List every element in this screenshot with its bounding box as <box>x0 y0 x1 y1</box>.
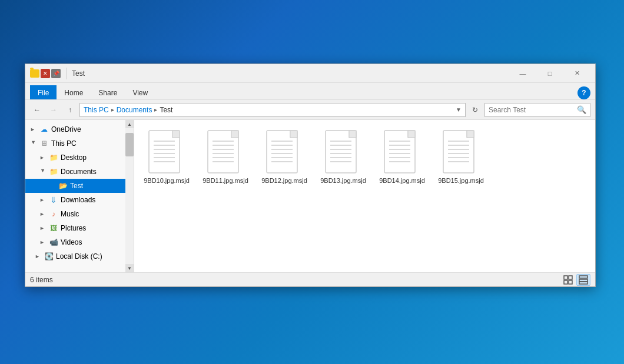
minimize-button[interactable]: — <box>509 64 536 83</box>
ribbon-tabs: File Home Share View ? <box>25 83 595 99</box>
expand-arrow-local-disk: ► <box>35 253 42 259</box>
svg-rect-54 <box>564 276 567 279</box>
file-icon-5 <box>442 129 480 174</box>
sidebar-label-pictures: Pictures <box>61 224 121 232</box>
music-icon: ♪ <box>49 209 58 219</box>
sidebar-item-documents[interactable]: ► 📁 Documents <box>25 165 125 179</box>
sidebar-label-downloads: Downloads <box>61 196 121 204</box>
folder-icon-desktop: 📁 <box>49 153 58 162</box>
file-name-0: 9BD10.jpg.msjd <box>144 176 190 185</box>
sidebar-label-music: Music <box>61 210 121 218</box>
scroll-up-arrow[interactable]: ▲ <box>125 120 134 128</box>
sidebar-label-onedrive: OneDrive <box>51 125 121 133</box>
sidebar-inner: ► ☁ OneDrive ► 🖥 This PC ► 📁 Desktop <box>25 120 125 266</box>
details-view-icon <box>579 275 588 285</box>
tab-file[interactable]: File <box>30 85 57 99</box>
svg-rect-20 <box>290 131 297 138</box>
scrollbar-thumb[interactable] <box>125 133 134 156</box>
sidebar-scrollbar[interactable]: ▲ ▼ <box>125 120 134 272</box>
svg-rect-58 <box>579 276 588 278</box>
pin-icon-title: 📌 <box>51 69 61 78</box>
file-icon-3 <box>324 129 362 174</box>
scroll-down-arrow[interactable]: ▼ <box>125 264 134 272</box>
view-grid-button[interactable] <box>561 274 575 286</box>
svg-rect-47 <box>467 131 474 138</box>
sidebar-item-pictures[interactable]: ► 🖼 Pictures <box>25 221 125 235</box>
expand-arrow-onedrive: ► <box>30 126 37 132</box>
breadcrumb-this-pc[interactable]: This PC <box>84 106 109 114</box>
sidebar-item-desktop[interactable]: ► 📁 Desktop <box>25 151 125 165</box>
downloads-icon: ⇓ <box>49 195 58 205</box>
folder-icon-documents: 📁 <box>49 167 58 176</box>
up-button[interactable]: ↑ <box>63 103 77 117</box>
file-item-5[interactable]: 9BD15.jpg.msjd <box>434 126 487 188</box>
close-button[interactable]: ✕ <box>563 64 590 83</box>
file-name-1: 9BD11.jpg.msjd <box>203 176 248 185</box>
view-buttons <box>561 274 590 286</box>
breadcrumb-sep-2: ▸ <box>154 106 157 113</box>
svg-rect-38 <box>408 131 415 138</box>
file-name-2: 9BD12.jpg.msjd <box>261 176 307 185</box>
sidebar-item-test[interactable]: 📂 Test <box>25 179 125 193</box>
pictures-icon: 🖼 <box>49 223 58 233</box>
svg-rect-56 <box>564 280 567 284</box>
file-item-3[interactable]: 9BD13.jpg.msjd <box>317 126 370 188</box>
file-icon-1 <box>207 129 244 174</box>
svg-rect-11 <box>231 131 238 138</box>
breadcrumb-dropdown-icon[interactable]: ▼ <box>456 106 462 113</box>
file-name-5: 9BD15.jpg.msjd <box>438 176 484 185</box>
address-bar: ← → ↑ This PC ▸ Documents ▸ Test ▼ ↻ 🔍 <box>25 100 595 120</box>
sidebar-item-onedrive[interactable]: ► ☁ OneDrive <box>25 122 125 136</box>
folder-icon-test: 📂 <box>58 181 68 191</box>
view-details-button[interactable] <box>576 274 590 286</box>
window-controls: — □ ✕ <box>509 64 590 83</box>
file-name-3: 9BD13.jpg.msjd <box>320 176 366 185</box>
expand-arrow-downloads: ► <box>39 197 47 203</box>
file-item-2[interactable]: 9BD12.jpg.msjd <box>258 126 311 188</box>
sidebar-item-this-pc[interactable]: ► 🖥 This PC <box>25 136 125 151</box>
forward-button[interactable]: → <box>47 103 61 117</box>
expand-arrow-videos: ► <box>39 239 47 245</box>
tab-home[interactable]: Home <box>57 85 91 99</box>
file-area: 9BD10.jpg.msjd 9BD11.jpg.msjd 9BD12.jpg.… <box>134 120 595 272</box>
file-name-4: 9BD14.jpg.msjd <box>379 176 425 185</box>
tab-view[interactable]: View <box>125 85 155 99</box>
item-count: 6 items <box>30 276 53 284</box>
folder-icon-title <box>30 69 39 78</box>
file-item-0[interactable]: 9BD10.jpg.msjd <box>140 126 193 188</box>
file-icon-0 <box>148 129 185 174</box>
file-item-1[interactable]: 9BD11.jpg.msjd <box>199 126 252 188</box>
main-content: ► ☁ OneDrive ► 🖥 This PC ► 📁 Desktop <box>25 120 595 272</box>
expand-arrow-desktop: ► <box>39 155 47 161</box>
sidebar-item-downloads[interactable]: ► ⇓ Downloads <box>25 193 125 207</box>
sidebar-item-videos[interactable]: ► 📹 Videos <box>25 235 125 249</box>
maximize-button[interactable]: □ <box>536 64 563 83</box>
title-bar-icons: ✕ 📌 <box>30 69 61 78</box>
svg-rect-29 <box>349 131 356 138</box>
grid-view-icon <box>563 275 573 285</box>
file-explorer-window: ✕ 📌 Test — □ ✕ File Home Share View ? ← … <box>25 64 596 287</box>
videos-icon: 📹 <box>49 238 58 247</box>
breadcrumb-documents[interactable]: Documents <box>117 106 152 114</box>
disk-icon: 💽 <box>44 252 54 261</box>
red-icon-title: ✕ <box>41 69 50 78</box>
breadcrumb-sep-1: ▸ <box>111 106 114 113</box>
window-title: Test <box>72 69 509 78</box>
pc-icon: 🖥 <box>39 139 49 148</box>
file-icon-2 <box>265 129 303 174</box>
refresh-button[interactable]: ↻ <box>468 103 482 117</box>
search-input[interactable] <box>489 106 577 114</box>
sidebar-item-music[interactable]: ► ♪ Music <box>25 207 125 221</box>
help-button[interactable]: ? <box>577 86 590 99</box>
cloud-icon: ☁ <box>39 125 49 134</box>
tab-share[interactable]: Share <box>91 85 125 99</box>
search-box[interactable]: 🔍 <box>484 103 590 117</box>
breadcrumb-bar[interactable]: This PC ▸ Documents ▸ Test ▼ <box>79 103 466 117</box>
search-icon[interactable]: 🔍 <box>577 105 586 114</box>
sidebar-item-local-disk[interactable]: ► 💽 Local Disk (C:) <box>25 249 125 263</box>
expand-arrow-music: ► <box>39 211 47 217</box>
sidebar: ► ☁ OneDrive ► 🖥 This PC ► 📁 Desktop <box>25 120 134 272</box>
sidebar-label-local-disk: Local Disk (C:) <box>56 252 121 261</box>
back-button[interactable]: ← <box>30 103 44 117</box>
file-item-4[interactable]: 9BD14.jpg.msjd <box>376 126 429 188</box>
